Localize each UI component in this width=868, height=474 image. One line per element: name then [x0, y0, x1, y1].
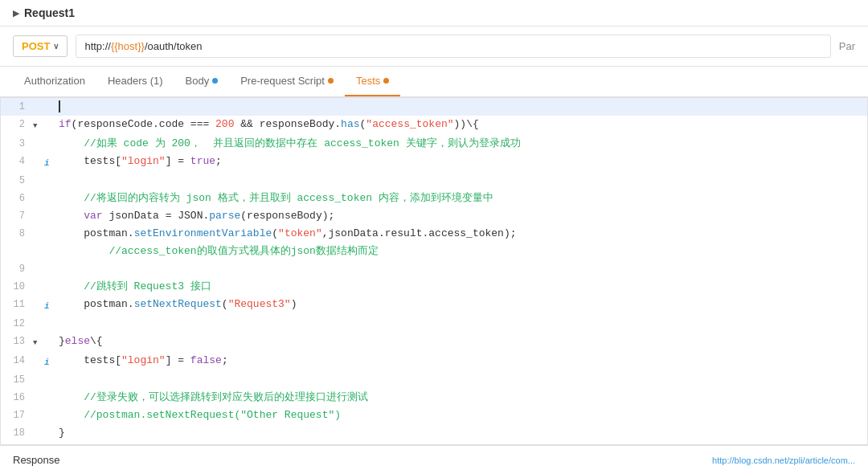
line-arrow [33, 243, 44, 260]
expand-arrow-icon[interactable]: ▶ [13, 8, 19, 18]
line-number: 11 [1, 296, 33, 315]
line-info [44, 389, 55, 407]
line-arrow [33, 172, 44, 190]
url-prefix: http:// [84, 40, 111, 52]
line-arrow [33, 352, 44, 371]
code-line: tests["login"] = true; [55, 153, 867, 172]
line-number: 15 [1, 371, 33, 389]
line-info [44, 278, 55, 296]
tab-body-label: Body [186, 75, 210, 87]
line-info [44, 172, 55, 190]
code-line [55, 172, 867, 190]
code-editor[interactable]: 1 2 ▼ if(responseCode.code === 200 && re… [0, 97, 868, 445]
tab-prerequest[interactable]: Pre-request Script [229, 67, 345, 96]
url-host: {{host}} [111, 40, 145, 52]
line-arrow: ▼ [33, 333, 44, 352]
code-line: tests["login"] = false; [55, 352, 867, 371]
line-number: 18 [1, 424, 33, 442]
code-line: var jsonData = JSON.parse(responseBody); [55, 207, 867, 225]
code-line: }else\{ [55, 333, 867, 352]
line-info [44, 135, 55, 153]
code-line: //postman.setNextRequest("Other Request"… [55, 407, 867, 424]
line-arrow [33, 424, 44, 442]
line-arrow [33, 389, 44, 407]
table-row: 6 //将返回的内容转为 json 格式，并且取到 access_token 内… [1, 190, 867, 207]
tab-prerequest-label: Pre-request Script [240, 75, 325, 87]
line-info [44, 243, 55, 260]
tabs-bar: Authorization Headers (1) Body Pre-reque… [0, 67, 868, 97]
table-row: 15 [1, 371, 867, 389]
line-info [44, 225, 55, 243]
table-row: 12 [1, 315, 867, 333]
request-title: Request1 [24, 6, 75, 19]
line-info [44, 260, 55, 278]
code-line: //将返回的内容转为 json 格式，并且取到 access_token 内容，… [55, 190, 867, 207]
table-row: 13 ▼ }else\{ [1, 333, 867, 352]
line-arrow [33, 315, 44, 333]
code-line: //access_token的取值方式视具体的json数据结构而定 [55, 243, 867, 260]
tab-authorization[interactable]: Authorization [13, 67, 96, 96]
table-row: 17 //postman.setNextRequest("Other Reque… [1, 407, 867, 424]
code-line: postman.setNextRequest("Request3") [55, 296, 867, 315]
table-row: 11 i postman.setNextRequest("Request3") [1, 296, 867, 315]
table-row: 2 ▼ if(responseCode.code === 200 && resp… [1, 116, 867, 135]
table-row: 5 [1, 172, 867, 190]
line-arrow [33, 207, 44, 225]
table-row: 8 postman.setEnvironmentVariable("token"… [1, 225, 867, 243]
line-number: 16 [1, 389, 33, 407]
prerequest-dot-icon [328, 78, 334, 84]
line-arrow [33, 135, 44, 153]
line-info [44, 407, 55, 424]
code-line: if(responseCode.code === 200 && response… [55, 116, 867, 135]
line-info [44, 315, 55, 333]
code-table: 1 2 ▼ if(responseCode.code === 200 && re… [1, 98, 867, 442]
response-bar: Response http://blog.csdn.net/zpli/artic… [0, 445, 868, 474]
code-line: //跳转到 Request3 接口 [55, 278, 867, 296]
line-info [44, 371, 55, 389]
line-info [44, 190, 55, 207]
line-arrow: ▼ [33, 116, 44, 135]
main-container: ▶ Request1 POST ∨ http://{{host}}/oauth/… [0, 0, 868, 474]
line-number: 14 [1, 352, 33, 371]
tab-headers[interactable]: Headers (1) [96, 67, 174, 96]
tab-authorization-label: Authorization [24, 75, 85, 87]
line-number: 3 [1, 135, 33, 153]
line-number: 5 [1, 172, 33, 190]
method-selector[interactable]: POST ∨ [13, 35, 68, 57]
code-line [55, 315, 867, 333]
tests-dot-icon [383, 78, 389, 84]
line-info [44, 98, 55, 116]
code-line: //如果 code 为 200， 并且返回的数据中存在 access_token… [55, 135, 867, 153]
url-bar: POST ∨ http://{{host}}/oauth/token Par [0, 27, 868, 67]
line-arrow [33, 296, 44, 315]
line-number: 4 [1, 153, 33, 172]
line-info [44, 207, 55, 225]
code-line [55, 260, 867, 278]
line-number: 6 [1, 190, 33, 207]
line-number: 10 [1, 278, 33, 296]
copy-link[interactable]: http://blog.csdn.net/zpli/article/com... [712, 456, 855, 465]
top-bar: ▶ Request1 [0, 0, 868, 27]
code-line [55, 98, 867, 116]
line-arrow [33, 278, 44, 296]
line-arrow [33, 225, 44, 243]
url-input[interactable]: http://{{host}}/oauth/token [76, 35, 830, 58]
tab-tests[interactable]: Tests [345, 67, 400, 96]
table-row: 9 [1, 260, 867, 278]
par-label: Par [839, 40, 855, 52]
table-row: 14 i tests["login"] = false; [1, 352, 867, 371]
line-arrow [33, 153, 44, 172]
response-title: Response [13, 454, 60, 466]
line-number: 7 [1, 207, 33, 225]
tab-tests-label: Tests [356, 75, 380, 87]
line-info [44, 333, 55, 352]
line-arrow [33, 190, 44, 207]
line-arrow [33, 260, 44, 278]
code-line: } [55, 424, 867, 442]
line-number: 13 [1, 333, 33, 352]
table-row: 10 //跳转到 Request3 接口 [1, 278, 867, 296]
line-info [44, 424, 55, 442]
tab-body[interactable]: Body [174, 67, 230, 96]
table-row: 18 } [1, 424, 867, 442]
table-row: //access_token的取值方式视具体的json数据结构而定 [1, 243, 867, 260]
